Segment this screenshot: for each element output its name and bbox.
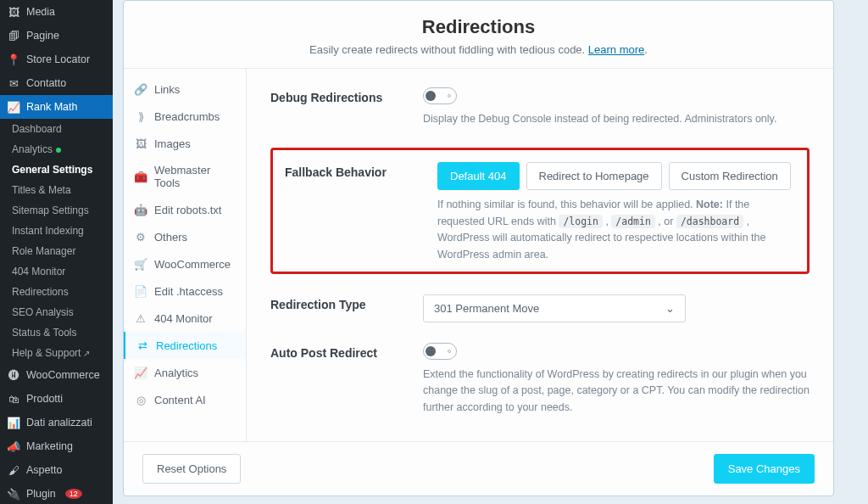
fallback-option-group: Default 404 Redirect to Homepage Custom … <box>437 162 795 190</box>
media-icon: 🖾 <box>7 5 20 19</box>
wp-admin-sidebar: 🖾Media 🗐Pagine 📍Store Locator ✉Contatto … <box>0 0 113 504</box>
marketing-icon: 📣 <box>7 440 20 453</box>
wp-submenu-help-support[interactable]: Help & Support↗ <box>0 343 113 363</box>
field-description: If nothing similar is found, this behavi… <box>437 197 795 263</box>
wp-submenu-seo-analysis[interactable]: SEO Analysis <box>0 302 113 322</box>
tab-edit-robots[interactable]: 🤖Edit robots.txt <box>124 196 246 223</box>
toolbox-icon: 🧰 <box>134 170 147 183</box>
gear-icon: ⚙ <box>134 230 147 244</box>
wp-menu-label: Store Locator <box>26 53 90 65</box>
code-login: /login <box>559 215 603 228</box>
wp-submenu-general-settings[interactable]: General Settings <box>0 160 113 180</box>
wp-menu-aspetto[interactable]: 🖌Aspetto <box>0 458 113 482</box>
debug-redirections-toggle[interactable] <box>423 87 457 104</box>
tab-webmaster-tools[interactable]: 🧰Webmaster Tools <box>124 157 246 196</box>
field-label: Fallback Behavior <box>285 162 412 179</box>
wp-menu-label: Media <box>26 6 55 18</box>
wp-menu-woocommerce[interactable]: 🅦WooCommerce <box>0 363 113 387</box>
file-icon: 📄 <box>134 284 147 298</box>
wp-submenu-status-tools[interactable]: Status & Tools <box>0 322 113 343</box>
wp-menu-prodotti[interactable]: 🛍Prodotti <box>0 387 113 411</box>
auto-post-redirect-toggle[interactable] <box>423 343 457 360</box>
tab-404-monitor[interactable]: ⚠404 Monitor <box>124 305 246 332</box>
wp-submenu-titles-meta[interactable]: Titles & Meta <box>0 180 113 200</box>
wp-submenu-instant-indexing[interactable]: Instant Indexing <box>0 221 113 241</box>
wp-submenu-analytics[interactable]: Analytics <box>0 139 113 160</box>
field-label: Redirection Type <box>270 294 398 311</box>
image-icon: 🖼 <box>134 137 147 150</box>
wp-menu-label: Dati analizzati <box>26 417 92 428</box>
field-label: Debug Redirections <box>270 87 398 104</box>
learn-more-link[interactable]: Learn more <box>588 43 644 56</box>
wp-menu-label: Rank Math <box>26 101 77 113</box>
toggle-knob <box>426 91 436 101</box>
tab-images[interactable]: 🖼Images <box>124 130 246 157</box>
settings-card: Redirections Easily create redirects wit… <box>123 0 834 496</box>
products-icon: 🛍 <box>7 392 20 406</box>
wp-menu-contatto[interactable]: ✉Contatto <box>0 71 113 95</box>
tab-redirections[interactable]: ⇄Redirections <box>124 332 246 359</box>
fallback-option-default-404[interactable]: Default 404 <box>437 162 520 190</box>
robot-icon: 🤖 <box>134 203 147 216</box>
tab-breadcrumbs[interactable]: ⟫Breadcrumbs <box>124 103 246 130</box>
tab-woocommerce[interactable]: 🛒WooCommerce <box>124 250 246 277</box>
card-header: Redirections Easily create redirects wit… <box>124 1 833 69</box>
page-subtitle: Easily create redirects without fiddling… <box>132 43 825 56</box>
pages-icon: 🗐 <box>7 29 20 42</box>
plugin-icon: 🔌 <box>7 487 20 501</box>
code-dashboard: /dashboard <box>676 215 743 228</box>
fallback-option-homepage[interactable]: Redirect to Homepage <box>526 162 662 190</box>
redirect-icon: ⇄ <box>136 339 149 352</box>
tab-content-ai[interactable]: ◎Content AI <box>124 386 246 413</box>
wp-menu-label: Prodotti <box>26 393 63 405</box>
toggle-off-icon <box>448 94 451 98</box>
fallback-option-custom[interactable]: Custom Redirection <box>669 162 791 190</box>
wp-submenu-sitemap[interactable]: Sitemap Settings <box>0 200 113 221</box>
wp-menu-label: Marketing <box>26 440 73 452</box>
tab-analytics[interactable]: 📈Analytics <box>124 359 246 386</box>
chart-icon: 📈 <box>134 366 147 379</box>
field-description: Display the Debug Console instead of bei… <box>423 111 810 127</box>
wp-menu-dati-analizzati[interactable]: 📊Dati analizzati <box>0 411 113 434</box>
wp-menu-label: Contatto <box>26 77 66 89</box>
ai-icon: ◎ <box>134 393 147 406</box>
wp-menu-pagine[interactable]: 🗐Pagine <box>0 24 113 48</box>
wp-menu-media[interactable]: 🖾Media <box>0 0 113 24</box>
tab-edit-htaccess[interactable]: 📄Edit .htaccess <box>124 277 246 305</box>
wp-menu-rankmath[interactable]: 📈Rank Math <box>0 95 113 119</box>
wp-submenu-role-manager[interactable]: Role Manager <box>0 241 113 261</box>
redirection-type-select[interactable]: 301 Permanent Move ⌄ <box>423 294 686 322</box>
pin-icon: 📍 <box>7 53 20 66</box>
external-link-icon: ↗ <box>83 349 90 358</box>
wp-submenu-redirections[interactable]: Redirections <box>0 282 113 302</box>
tab-others[interactable]: ⚙Others <box>124 223 246 250</box>
rankmath-icon: 📈 <box>7 100 20 114</box>
card-body: 🔗Links ⟫Breadcrumbs 🖼Images 🧰Webmaster T… <box>124 69 833 441</box>
save-changes-button[interactable]: Save Changes <box>714 454 815 484</box>
toggle-knob <box>426 346 436 356</box>
row-redirection-type: Redirection Type 301 Permanent Move ⌄ <box>270 294 810 322</box>
settings-panel: Debug Redirections Display the Debug Con… <box>247 69 833 441</box>
cart-icon: 🛒 <box>134 257 147 271</box>
code-admin: /admin <box>611 215 655 228</box>
button-bar: Reset Options Save Changes <box>124 441 833 496</box>
analytics-icon: 📊 <box>7 416 20 429</box>
wp-menu-plugin[interactable]: 🔌Plugin12 <box>0 482 113 504</box>
fallback-behavior-highlight: Fallback Behavior Default 404 Redirect t… <box>270 148 810 274</box>
chevron-down-icon: ⌄ <box>665 302 675 315</box>
wp-menu-marketing[interactable]: 📣Marketing <box>0 434 113 458</box>
wp-menu-label: WooCommerce <box>26 369 100 381</box>
appearance-icon: 🖌 <box>7 463 20 477</box>
wp-menu-store-locator[interactable]: 📍Store Locator <box>0 48 113 71</box>
wp-menu-label: Pagine <box>26 30 59 42</box>
wp-submenu-404-monitor[interactable]: 404 Monitor <box>0 261 113 282</box>
wp-menu-label: Aspetto <box>26 464 62 476</box>
woocommerce-icon: 🅦 <box>7 368 20 382</box>
link-icon: 🔗 <box>134 82 147 96</box>
update-count-badge: 12 <box>65 489 82 499</box>
status-dot-icon <box>56 148 61 153</box>
wp-submenu-dashboard[interactable]: Dashboard <box>0 119 113 139</box>
reset-options-button[interactable]: Reset Options <box>142 454 241 484</box>
tab-links[interactable]: 🔗Links <box>124 76 246 103</box>
warning-icon: ⚠ <box>134 311 147 325</box>
